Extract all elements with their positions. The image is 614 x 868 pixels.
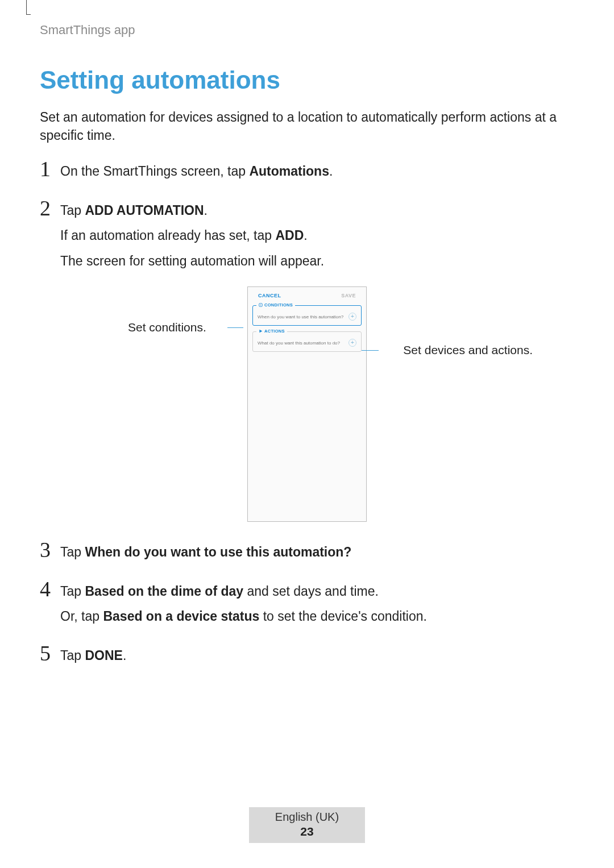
footer-language: English (UK) [275, 811, 339, 824]
running-header: SmartThings app [40, 23, 574, 38]
step-1-bold: Automations [249, 164, 329, 178]
s2l2a: If an automation already has set, tap [60, 228, 275, 243]
intro-text: Set an automation for devices assigned t… [40, 108, 574, 144]
header-tab-mark [26, 0, 31, 15]
automation-figure: Set conditions. CANCEL SAVE CONDITIONS W… [40, 286, 574, 522]
step-number: 3 [40, 539, 60, 568]
footer-box: English (UK) 23 [249, 807, 365, 843]
cancel-button[interactable]: CANCEL [258, 293, 281, 298]
step-number: 4 [40, 578, 60, 632]
save-button[interactable]: SAVE [341, 293, 356, 298]
s3a: Tap [60, 545, 85, 559]
step-number: 5 [40, 642, 60, 671]
step-5-text: Tap DONE. [60, 646, 126, 666]
s4l2bold: Based on a device status [103, 609, 259, 624]
svg-marker-2 [259, 330, 262, 333]
s3bold: When do you want to use this automation? [85, 545, 351, 559]
s2l1bold: ADD AUTOMATION [85, 203, 204, 218]
step-3: 3 Tap When do you want to use this autom… [40, 539, 574, 568]
s5a: Tap [60, 648, 85, 663]
step-number: 1 [40, 158, 60, 187]
conditions-icon [259, 303, 263, 307]
actions-icon [259, 329, 263, 333]
phone-mockup: CANCEL SAVE CONDITIONS When do you want … [247, 286, 367, 522]
conditions-legend-text: CONDITIONS [264, 302, 293, 308]
add-action-button[interactable]: + [349, 339, 356, 347]
actions-row-text: What do you want this automation to do? [258, 340, 340, 346]
step-2-line2: If an automation already has set, tap AD… [60, 226, 324, 246]
page-footer: English (UK) 23 [0, 807, 614, 843]
conditions-legend: CONDITIONS [256, 302, 295, 308]
step-4: 4 Tap Based on the dime of day and set d… [40, 578, 574, 632]
footer-page-number: 23 [275, 825, 339, 838]
step-5: 5 Tap DONE. [40, 642, 574, 671]
callout-line-right [362, 350, 379, 351]
callout-conditions: Set conditions. [128, 321, 206, 334]
step-4-line1: Tap Based on the dime of day and set day… [60, 582, 427, 601]
s4l2b: to set the device's condition. [259, 609, 427, 624]
phone-header: CANCEL SAVE [248, 287, 366, 303]
callout-line-left [227, 327, 243, 328]
step-1: 1 On the SmartThings screen, tap Automat… [40, 158, 574, 187]
actions-legend: ACTIONS [256, 329, 287, 334]
s4l1a: Tap [60, 584, 85, 599]
step-1-text: On the SmartThings screen, tap Automatio… [60, 161, 333, 181]
s5b: . [123, 648, 126, 663]
step-2: 2 Tap ADD AUTOMATION. If an automation a… [40, 197, 574, 277]
s4l1bold: Based on the dime of day [85, 584, 243, 599]
s4l2a: Or, tap [60, 609, 103, 624]
step-2-line1: Tap ADD AUTOMATION. [60, 201, 324, 221]
s2l1b: . [204, 203, 208, 218]
page-title: Setting automations [40, 66, 574, 94]
add-condition-button[interactable]: + [349, 313, 356, 321]
step-2-line3: The screen for setting automation will a… [60, 251, 324, 271]
conditions-row-text: When do you want to use this automation? [258, 314, 343, 319]
svg-point-1 [260, 305, 262, 306]
step-1-b: . [329, 164, 333, 178]
step-4-line2: Or, tap Based on a device status to set … [60, 607, 427, 626]
actions-box[interactable]: ACTIONS What do you want this automation… [252, 331, 362, 352]
step-number: 2 [40, 197, 60, 277]
actions-legend-text: ACTIONS [264, 329, 285, 334]
conditions-box[interactable]: CONDITIONS When do you want to use this … [252, 305, 362, 326]
step-3-text: Tap When do you want to use this automat… [60, 542, 351, 562]
step-1-a: On the SmartThings screen, tap [60, 164, 249, 178]
s5bold: DONE [85, 648, 122, 663]
s2l1a: Tap [60, 203, 85, 218]
callout-actions: Set devices and actions. [403, 343, 533, 357]
s4l1b: and set days and time. [243, 584, 379, 599]
s2l2bold: ADD [275, 228, 304, 243]
s2l2b: . [304, 228, 307, 243]
